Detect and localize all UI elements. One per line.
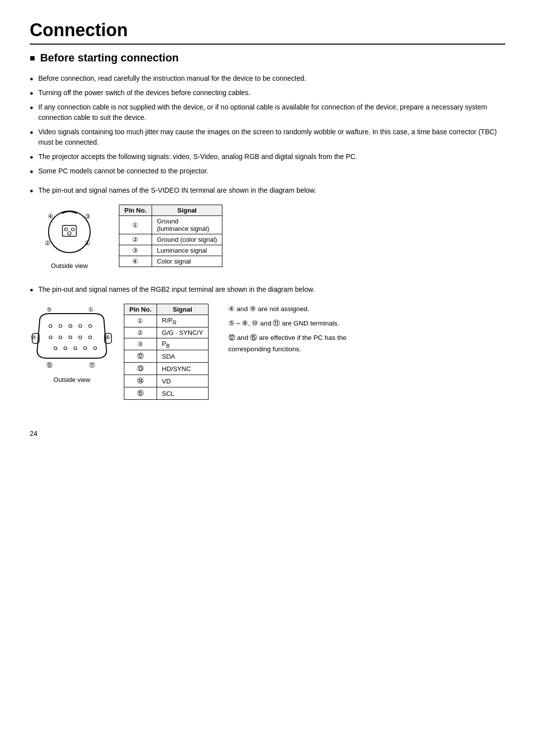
svideo-intro: The pin-out and signal names of the S-VI… <box>30 185 505 196</box>
svg-point-2 <box>64 228 67 231</box>
bullet-item-4: Video signals containing too much jitter… <box>30 127 505 148</box>
rgb-note-1: ④ and ⑨ are not assigned. <box>228 304 377 315</box>
bullet-item-1: Before connection, read carefully the in… <box>30 73 505 84</box>
bullet-item-2: Turning off the power switch of the devi… <box>30 88 505 98</box>
svideo-connector-diagram: ④ ③ ② ① <box>35 205 104 259</box>
rgb-diagram-row: ⑤ ① ⑩ ⑥ ⑮ ⑪ Outside view Pin No. Signal <box>30 304 505 400</box>
bullet-item-5: The projector accepts the following sign… <box>30 152 505 162</box>
svg-text:⑮: ⑮ <box>47 362 53 369</box>
bullet-item-3: If any connection cable is not supplied … <box>30 102 505 123</box>
svideo-col-pinno: Pin No. <box>119 205 152 216</box>
svg-text:②: ② <box>45 239 51 247</box>
svg-rect-1 <box>62 225 76 236</box>
table-row: ③ Luminance signal <box>119 245 222 256</box>
rgb-connector-diagram: ⑤ ① ⑩ ⑥ ⑮ ⑪ <box>30 304 114 373</box>
rgb-intro: The pin-out and signal names of the RGB2… <box>30 284 505 295</box>
table-row: ③ PB <box>124 338 209 350</box>
svg-text:⑪: ⑪ <box>89 362 95 369</box>
table-row: ⑬ HD/SYNC <box>124 363 209 375</box>
svg-text:⑤: ⑤ <box>47 306 52 313</box>
svg-text:⑥: ⑥ <box>105 334 110 341</box>
svg-text:⑩: ⑩ <box>31 334 36 341</box>
svg-text:①: ① <box>85 239 91 247</box>
page-title: Connection <box>30 20 505 45</box>
svg-point-4 <box>68 232 71 235</box>
svideo-col-signal: Signal <box>152 205 222 216</box>
svideo-pin-table: Pin No. Signal ① Ground(luminance signal… <box>119 205 222 267</box>
bullet-item-6: Some PC models cannot be connected to th… <box>30 166 505 176</box>
rgb-pin-table: Pin No. Signal ① R/PR ② G/G · SYNC/Y ③ P… <box>124 304 209 400</box>
table-row: ② Ground (color signal) <box>119 234 222 245</box>
svg-text:④: ④ <box>48 213 54 220</box>
svg-text:③: ③ <box>85 213 91 220</box>
table-row: ④ Color signal <box>119 256 222 267</box>
svideo-diagram-container: ④ ③ ② ① Outside view <box>30 205 109 270</box>
svg-text:①: ① <box>88 306 94 313</box>
rgb-col-signal: Signal <box>157 304 208 315</box>
table-row: ① R/PR <box>124 315 209 327</box>
page-number: 24 <box>30 430 505 437</box>
rgb-notes: ④ and ⑨ are not assigned. ⑤～⑧, ⑩ and ⑪ a… <box>218 304 377 358</box>
bullet-list: Before connection, read carefully the in… <box>30 73 505 176</box>
svideo-section: The pin-out and signal names of the S-VI… <box>30 185 505 270</box>
rgb-outside-view-label: Outside view <box>54 376 90 383</box>
rgb-diagram-container: ⑤ ① ⑩ ⑥ ⑮ ⑪ Outside view <box>30 304 114 383</box>
rgb-note-2: ⑤～⑧, ⑩ and ⑪ are GND terminals. <box>228 318 377 329</box>
svideo-diagram-row: ④ ③ ② ① Outside view Pin No. <box>30 205 505 270</box>
table-row: ⑫ SDA <box>124 350 209 363</box>
table-row: ⑮ SCL <box>124 387 209 400</box>
rgb-note-3: ⑫ and ⑮ are effective if the PC has the … <box>228 332 377 355</box>
table-row: ② G/G · SYNC/Y <box>124 327 209 338</box>
table-row: ① Ground(luminance signal) <box>119 216 222 234</box>
rgb-col-pinno: Pin No. <box>124 304 157 315</box>
svg-point-3 <box>71 228 74 231</box>
rgb-section: The pin-out and signal names of the RGB2… <box>30 284 505 400</box>
svideo-outside-view-label: Outside view <box>51 262 88 270</box>
section-title: Before starting connection <box>30 52 505 64</box>
table-row: ⑭ VD <box>124 375 209 387</box>
